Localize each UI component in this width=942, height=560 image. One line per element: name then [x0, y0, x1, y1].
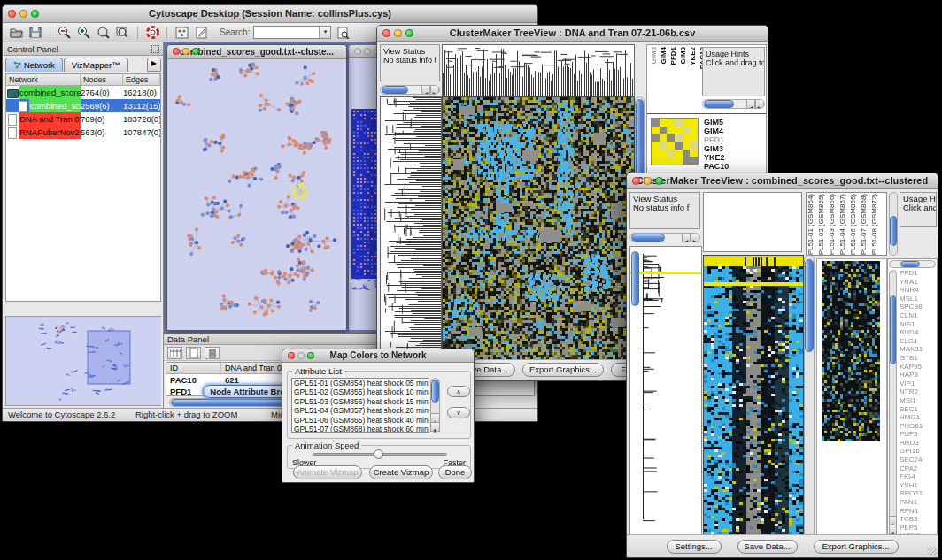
- row-dendrogram[interactable]: [629, 246, 702, 540]
- column-label[interactable]: GIM4: [660, 47, 669, 65]
- search-input[interactable]: ▼: [253, 26, 331, 39]
- gene-label[interactable]: MAK31: [900, 345, 923, 354]
- gene-label[interactable]: CPA2: [900, 464, 923, 473]
- row-tree-vscrollbar[interactable]: [631, 251, 639, 490]
- float-panel-icon[interactable]: [151, 45, 159, 53]
- tab-overflow-arrow[interactable]: ▶: [147, 58, 161, 72]
- birdseye-overview[interactable]: [5, 316, 161, 406]
- column-dendrogram[interactable]: [703, 192, 802, 252]
- attribute-list-vscrollbar[interactable]: [430, 378, 440, 433]
- done-button[interactable]: Done: [438, 465, 472, 479]
- gene-label[interactable]: RPN1: [900, 507, 923, 516]
- heatmap-cell[interactable]: [652, 127, 660, 134]
- treeview-combined-titlebar[interactable]: ClusterMaker TreeView : combined_scores_…: [627, 173, 938, 189]
- close-button[interactable]: [382, 29, 390, 37]
- scroll-right-arrow[interactable]: [430, 85, 439, 95]
- heatmap-cell[interactable]: [690, 142, 698, 150]
- heatmap-cell[interactable]: [652, 150, 660, 157]
- gene-label[interactable]: PAC10: [704, 162, 729, 171]
- minimize-button[interactable]: [19, 10, 27, 18]
- heatmap-cell[interactable]: [683, 142, 691, 150]
- gene-list-hscrollbar[interactable]: [889, 260, 936, 268]
- heatmap-cell[interactable]: [675, 157, 683, 165]
- column-label[interactable]: GIM5: [650, 47, 660, 65]
- save-data-button[interactable]: Save Data...: [737, 540, 798, 554]
- zoom-button[interactable]: [192, 48, 199, 55]
- create-vizmap-button[interactable]: Create Vizmap: [369, 465, 433, 479]
- heatmap-cell[interactable]: [683, 119, 691, 127]
- column-label[interactable]: YKE2: [689, 47, 699, 65]
- network-canvas[interactable]: [167, 59, 346, 330]
- heatmap-cell[interactable]: [660, 119, 668, 127]
- gene-label[interactable]: NIS1: [900, 320, 923, 329]
- column-label[interactable]: GPL51-07 (GSM868): [860, 194, 870, 256]
- attribute-item[interactable]: GPL51-06 (GSM865) heat shock 40 min: [292, 416, 429, 425]
- gene-label[interactable]: SEC1: [900, 405, 923, 414]
- col-header-network[interactable]: Network: [6, 74, 81, 85]
- gene-label[interactable]: HMG1: [900, 413, 923, 422]
- gene-label[interactable]: VIP1: [900, 380, 923, 388]
- gene-label[interactable]: PHO81: [900, 422, 923, 431]
- tab-vizmapper[interactable]: VizMapper™: [64, 58, 128, 72]
- heatmap-cell[interactable]: [683, 127, 691, 134]
- gene-label[interactable]: GIM3: [704, 144, 729, 153]
- cytoscape-titlebar[interactable]: Cytoscape Desktop (Session Name: collins…: [3, 5, 537, 23]
- attribute-table-icon[interactable]: [167, 347, 182, 359]
- export-graphics-button[interactable]: Export Graphics...: [522, 363, 604, 377]
- col-header-edges[interactable]: Edges: [123, 74, 160, 85]
- heatmap-cell[interactable]: [667, 134, 675, 142]
- attribute-item[interactable]: GPL51-02 (GSM855) heat shock 10 min: [292, 387, 429, 396]
- gene-label[interactable]: GTB1: [900, 354, 923, 363]
- gene-label[interactable]: KAP95: [900, 363, 923, 372]
- column-label[interactable]: GPL51-04 (GSM857): [838, 194, 849, 256]
- zoom-button[interactable]: [405, 29, 413, 37]
- speed-slider-thumb[interactable]: [374, 449, 383, 459]
- new-attribute-icon[interactable]: [186, 347, 201, 359]
- gene-label[interactable]: ELG1: [900, 337, 923, 346]
- zoom-button[interactable]: [655, 177, 663, 185]
- column-label[interactable]: GPL51-06 (GSM865): [849, 194, 860, 256]
- treeview-dna-titlebar[interactable]: ClusterMaker TreeView : DNA and Tran 07-…: [377, 26, 768, 42]
- heatmap-cell[interactable]: [652, 119, 660, 127]
- network-row[interactable]: combined_scores 2764(0) 16218(0): [6, 86, 160, 99]
- gene-label[interactable]: YRA1: [900, 278, 923, 287]
- heatmap-cell[interactable]: [690, 127, 698, 134]
- resize-grip[interactable]: [927, 547, 937, 556]
- scroll-left-arrow[interactable]: [421, 85, 430, 95]
- gene-label[interactable]: YKE2: [704, 153, 729, 162]
- attribute-item[interactable]: GPL51-04 (GSM857) heat shock 20 min: [292, 406, 429, 415]
- close-button[interactable]: [288, 352, 295, 359]
- close-button[interactable]: [173, 48, 180, 55]
- gene-label[interactable]: RPO21: [900, 489, 923, 498]
- gene-label[interactable]: YSH1: [900, 481, 923, 490]
- zoom-fit-icon[interactable]: [115, 25, 131, 41]
- gene-label[interactable]: FIG4: [900, 472, 923, 481]
- heatmap-cell[interactable]: [690, 119, 698, 127]
- attribute-list[interactable]: GPL51-01 (GSM854) heat shock 05 minGPL51…: [291, 378, 429, 433]
- tab-network[interactable]: Network: [5, 58, 63, 72]
- dialog-titlebar[interactable]: Map Colors to Network: [282, 349, 474, 363]
- heatmap-cell[interactable]: [660, 150, 668, 157]
- zoom-button[interactable]: [31, 10, 39, 18]
- heatmap-cell[interactable]: [690, 150, 698, 157]
- heatmap-cell[interactable]: [652, 134, 660, 142]
- heatmap-cell[interactable]: [675, 142, 683, 150]
- gene-label[interactable]: HAP3: [900, 371, 923, 380]
- heatmap-cell[interactable]: [675, 150, 683, 157]
- minimize-button[interactable]: [182, 48, 189, 55]
- network-row[interactable]: DNA and Tran 07 769(0) 183728(0): [6, 112, 160, 126]
- gene-label[interactable]: PFD1: [900, 269, 923, 278]
- advanced-search-icon[interactable]: [335, 25, 351, 41]
- heatmap-cell[interactable]: [675, 127, 683, 134]
- gene-label[interactable]: GPI16: [900, 447, 923, 456]
- heatmap-cell[interactable]: [660, 127, 668, 134]
- heatmap-cell[interactable]: [690, 157, 698, 165]
- zoom-selected-icon[interactable]: [96, 25, 112, 41]
- zoom-in-icon[interactable]: [76, 25, 92, 41]
- zoom-button[interactable]: [307, 352, 314, 359]
- row-tree-hscrollbar[interactable]: [629, 233, 700, 242]
- heatmap-cell[interactable]: [660, 134, 668, 142]
- col-header-nodes[interactable]: Nodes: [81, 74, 123, 85]
- network-row[interactable]: combined_sco 2569(6) 13112(15): [6, 99, 160, 112]
- heatmap-cell[interactable]: [683, 134, 691, 142]
